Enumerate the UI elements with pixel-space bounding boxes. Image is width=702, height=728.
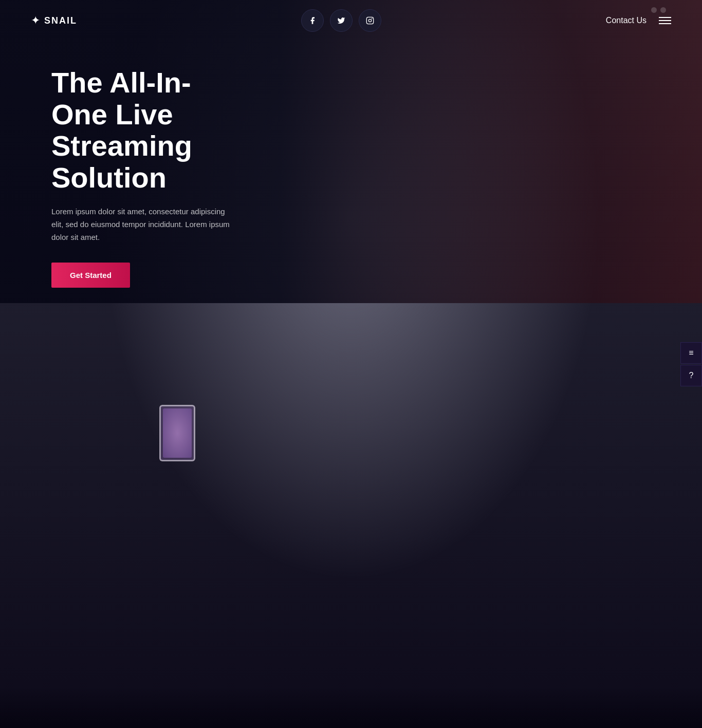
get-started-button[interactable]: Get Started bbox=[51, 263, 130, 288]
sidebar-list-button[interactable]: ≡ bbox=[680, 342, 702, 364]
sidebar-help-button[interactable]: ? bbox=[680, 365, 702, 386]
instagram-icon bbox=[366, 16, 374, 25]
help-icon: ? bbox=[689, 371, 694, 380]
menu-button[interactable] bbox=[659, 17, 671, 24]
main-header: ✦ SNAIL Contact Us bbox=[0, 0, 702, 41]
brand-name: SNAIL bbox=[44, 15, 77, 26]
twitter-icon bbox=[337, 16, 345, 25]
instagram-button[interactable] bbox=[359, 9, 381, 32]
hero-content: The All-In-One Live Streaming Solution L… bbox=[0, 0, 288, 288]
facebook-button[interactable] bbox=[301, 9, 324, 32]
svg-rect-0 bbox=[367, 17, 374, 24]
social-links bbox=[301, 9, 381, 32]
hero-title: The All-In-One Live Streaming Solution bbox=[51, 67, 236, 193]
contact-link[interactable]: Contact Us bbox=[606, 16, 646, 25]
list-icon: ≡ bbox=[689, 348, 693, 358]
bottom-right-image bbox=[308, 581, 565, 704]
bottom-section bbox=[0, 560, 702, 704]
stage-photo bbox=[308, 581, 565, 704]
facebook-icon bbox=[308, 16, 317, 25]
hero-description: Lorem ipsum dolor sit amet, consectetur … bbox=[51, 206, 236, 244]
hero-section: The All-In-One Live Streaming Solution L… bbox=[0, 0, 702, 303]
logo[interactable]: ✦ SNAIL bbox=[31, 14, 77, 27]
twitter-button[interactable] bbox=[330, 9, 353, 32]
header-right: Contact Us bbox=[606, 16, 671, 25]
sidebar-float: ≡ ? bbox=[680, 342, 702, 386]
svg-point-2 bbox=[372, 18, 373, 19]
logo-icon: ✦ bbox=[31, 14, 40, 27]
svg-point-1 bbox=[369, 19, 372, 22]
